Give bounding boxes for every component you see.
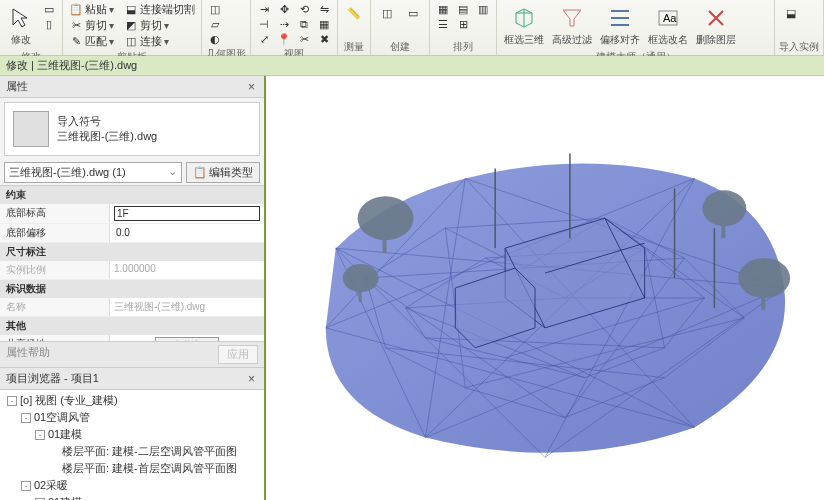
create-button[interactable]: ◫ xyxy=(375,2,399,24)
tree-item-label: 01空调风管 xyxy=(34,410,90,425)
view-btn-8[interactable]: ▦ xyxy=(315,17,333,31)
arrange-4[interactable]: ☰ xyxy=(434,17,452,31)
scissors-icon: ✂ xyxy=(69,19,83,33)
grid3-icon: ▥ xyxy=(476,2,490,16)
del-icon: ✖ xyxy=(317,32,331,46)
geo-btn-3[interactable]: ◐ xyxy=(206,32,224,46)
cope-button[interactable]: ⬓连接端切割 xyxy=(122,2,197,17)
trash-icon xyxy=(702,4,730,32)
arrange-3[interactable]: ▥ xyxy=(474,2,492,16)
ribbon-group-geometry: ◫ ▱ ◐ 几何图形 xyxy=(202,0,251,55)
measure-button[interactable]: 📏 xyxy=(342,2,366,24)
properties-help-link[interactable]: 属性帮助 xyxy=(6,345,50,364)
view-btn-7[interactable]: ⧉ xyxy=(295,17,313,31)
viewport-3d[interactable] xyxy=(266,76,824,500)
geo-btn-2[interactable]: ▱ xyxy=(206,17,224,31)
svg-text:Aa: Aa xyxy=(663,12,677,24)
paste-icon: 📋 xyxy=(69,3,83,17)
tree-item[interactable]: +01建模 xyxy=(0,494,264,500)
ribbon-group-clipboard: 📋粘贴▾ ✂剪切▾ ✎匹配▾ ⬓连接端切割 ◩剪切▾ ◫连接▾ 剪贴板 xyxy=(63,0,202,55)
tree-item[interactable]: -01建模 xyxy=(0,426,264,443)
svg-point-8 xyxy=(343,264,379,292)
geo-icon-3: ◐ xyxy=(208,32,222,46)
view-btn-12[interactable]: ✖ xyxy=(315,32,333,46)
base-offset-input[interactable] xyxy=(114,226,260,239)
tree-expander-icon[interactable]: - xyxy=(35,430,45,440)
arrange-1[interactable]: ▦ xyxy=(434,2,452,16)
tree-item[interactable]: 楼层平面: 建模-二层空调风管平面图 xyxy=(0,443,264,460)
align-icon xyxy=(606,4,634,32)
tree-item[interactable]: -01空调风管 xyxy=(0,409,264,426)
array-icon: ▦ xyxy=(317,17,331,31)
tree-item-label: 楼层平面: 建模-首层空调风管平面图 xyxy=(62,461,237,476)
properties-header: 属性 × xyxy=(0,76,264,98)
tree-expander-icon[interactable]: - xyxy=(7,396,17,406)
offsetalign-button[interactable]: 偏移对齐 xyxy=(597,2,643,49)
import-button[interactable]: ⬓ xyxy=(779,2,803,24)
select-tool-2[interactable]: ▯ xyxy=(40,17,58,31)
match-button[interactable]: ✎匹配▾ xyxy=(67,34,116,49)
section-dimensions[interactable]: 尺寸标注 xyxy=(0,243,264,261)
select-icon: ▭ xyxy=(42,2,56,16)
group-title: 排列 xyxy=(434,39,492,54)
tree-item[interactable]: 楼层平面: 建模-首层空调风管平面图 xyxy=(0,460,264,477)
browser-tree[interactable]: -[o] 视图 (专业_建模)-01空调风管-01建模楼层平面: 建模-二层空调… xyxy=(0,390,264,500)
cut-button[interactable]: ✂剪切▾ xyxy=(67,18,116,33)
view-btn-1[interactable]: ⇥ xyxy=(255,2,273,16)
advfilter-button[interactable]: 高级过滤 xyxy=(549,2,595,49)
prop-value[interactable] xyxy=(110,204,264,223)
create-button-2[interactable]: ▭ xyxy=(401,2,425,24)
category-box[interactable]: 导入符号 三维视图-(三维).dwg xyxy=(4,102,260,156)
cutgeo-button[interactable]: ◩剪切▾ xyxy=(122,18,197,33)
properties-close-icon[interactable]: × xyxy=(245,80,258,94)
ribbon-group-import: ⬓ 导入实例 xyxy=(775,0,824,55)
arrange-2[interactable]: ▤ xyxy=(454,2,472,16)
tree-item-label: [o] 视图 (专业_建模) xyxy=(20,393,118,408)
section-other[interactable]: 其他 xyxy=(0,317,264,335)
select-tool[interactable]: ▭ xyxy=(40,2,58,16)
section-identity[interactable]: 标识数据 xyxy=(0,280,264,298)
modify-button[interactable]: 修改 xyxy=(4,2,38,49)
view-btn-4[interactable]: ⇋ xyxy=(315,2,333,16)
mirror-icon: ⇋ xyxy=(317,2,331,16)
rename-button[interactable]: Aa框选改名 xyxy=(645,2,691,49)
view-btn-3[interactable]: ⟲ xyxy=(295,2,313,16)
edit-type-button[interactable]: 📋编辑类型 xyxy=(186,162,260,183)
view-btn-6[interactable]: ⇢ xyxy=(275,17,293,31)
view-btn-9[interactable]: ⤢ xyxy=(255,32,273,46)
apply-button[interactable]: 应用 xyxy=(218,345,258,364)
copy-icon: ⧉ xyxy=(297,17,311,31)
select3d-button[interactable]: 框选三维 xyxy=(501,2,547,49)
geo-icon-2: ▱ xyxy=(208,17,222,31)
geo-btn-1[interactable]: ◫ xyxy=(206,2,224,16)
arrange-5[interactable]: ⊞ xyxy=(454,17,472,31)
tree-expander-icon[interactable]: - xyxy=(21,413,31,423)
align-icon: ⇥ xyxy=(257,2,271,16)
tree-item-label: 01建模 xyxy=(48,427,82,442)
svg-rect-5 xyxy=(721,220,725,238)
base-level-input[interactable] xyxy=(114,206,260,221)
offset-icon: ⇢ xyxy=(277,17,291,31)
type-selector[interactable]: 三维视图-(三维).dwg (1) ⌄ xyxy=(4,162,182,183)
tree-item[interactable]: -02采暖 xyxy=(0,477,264,494)
view-btn-5[interactable]: ⊣ xyxy=(255,17,273,31)
cope-icon: ⬓ xyxy=(124,3,138,17)
join-button[interactable]: ◫连接▾ xyxy=(122,34,197,49)
dellayer-button[interactable]: 删除图层 xyxy=(693,2,739,49)
tree-item[interactable]: -[o] 视图 (专业_建模) xyxy=(0,392,264,409)
geo-icon: ◫ xyxy=(208,2,222,16)
tree-expander-icon[interactable]: - xyxy=(21,481,31,491)
view-btn-10[interactable]: 📍 xyxy=(275,32,293,46)
left-panel: 属性 × 导入符号 三维视图-(三维).dwg 三维视图-(三维).dwg (1… xyxy=(0,76,266,500)
paste-button[interactable]: 📋粘贴▾ xyxy=(67,2,116,17)
ribbon-group-measure: 📏 测量 xyxy=(338,0,371,55)
section-constraints[interactable]: 约束 xyxy=(0,186,264,204)
filter-icon xyxy=(558,4,586,32)
split-icon: ✂ xyxy=(297,32,311,46)
contextual-tab: 修改 | 三维视图-(三维).dwg xyxy=(0,56,824,76)
ribbon-group-view: ⇥ ✥ ⟲ ⇋ ⊣ ⇢ ⧉ ▦ ⤢ 📍 ✂ ✖ 视图 xyxy=(251,0,338,55)
view-btn-2[interactable]: ✥ xyxy=(275,2,293,16)
prop-value[interactable] xyxy=(110,224,264,242)
browser-close-icon[interactable]: × xyxy=(245,372,258,386)
view-btn-11[interactable]: ✂ xyxy=(295,32,313,46)
